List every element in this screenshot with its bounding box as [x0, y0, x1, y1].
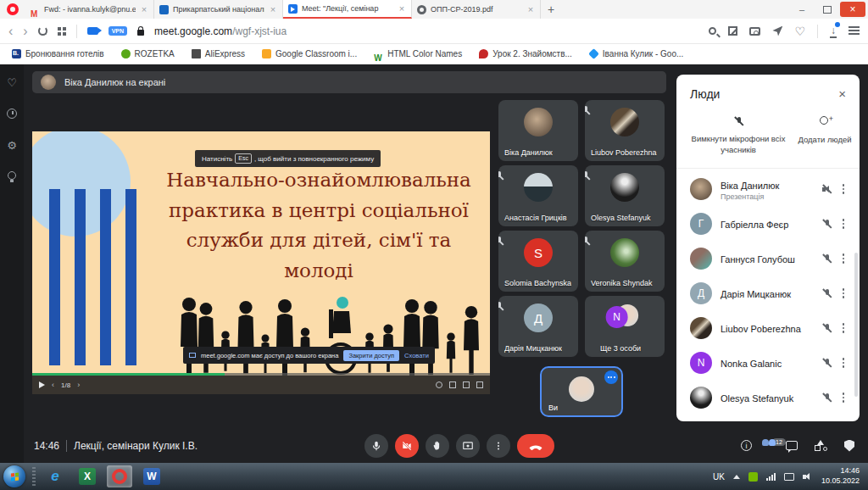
video-tile[interactable]: Анастасія Грицків: [498, 165, 578, 226]
participant-row[interactable]: N Nonka Galanic: [676, 346, 860, 381]
video-tile[interactable]: Д Дарія Мицканюк: [498, 296, 578, 357]
presentation-slide[interactable]: Навчально-ознайомлювальна практика в цен…: [32, 131, 490, 394]
lightbulb-icon[interactable]: [8, 171, 16, 180]
mic-off-icon[interactable]: [821, 253, 832, 264]
tab-gmail[interactable]: Fwd: - ivanna.kulyk@pnu.e: [25, 0, 154, 19]
popout-icon[interactable]: [463, 381, 470, 388]
stop-sharing-button[interactable]: Закрити доступ: [343, 350, 399, 361]
pip-icon[interactable]: [449, 381, 456, 388]
heart-icon[interactable]: [7, 75, 17, 90]
self-tile-options-icon[interactable]: [604, 370, 618, 384]
language-indicator[interactable]: UK: [713, 472, 725, 482]
bookmark-classroom[interactable]: Google Classroom i...: [262, 49, 357, 58]
close-button[interactable]: [840, 2, 865, 17]
host-controls-icon[interactable]: [844, 440, 854, 452]
more-people-tile[interactable]: N Ще 3 особи: [585, 296, 665, 357]
tab-university[interactable]: Прикарпатський національ: [154, 0, 283, 19]
settings-gear-icon[interactable]: [7, 137, 17, 153]
participant-row[interactable]: Г Габріелла Феєр: [676, 207, 860, 242]
tray-clock[interactable]: 14:46 10.05.2022: [821, 466, 860, 486]
participant-options-icon[interactable]: [841, 321, 847, 335]
participant-options-icon[interactable]: [841, 217, 847, 231]
tab-close-icon[interactable]: [526, 4, 535, 14]
back-icon[interactable]: ‹: [8, 25, 13, 38]
participant-row[interactable]: Д Дарія Мицканюк: [676, 276, 860, 311]
hide-notice-button[interactable]: Сховати: [404, 352, 429, 359]
participant-options-icon[interactable]: [841, 391, 847, 404]
signal-icon[interactable]: [766, 473, 776, 481]
chat-icon[interactable]: [786, 441, 798, 450]
progress-track[interactable]: [225, 373, 490, 376]
new-tab-button[interactable]: +: [541, 3, 561, 16]
downloads-icon[interactable]: [830, 25, 837, 38]
mute-all-button[interactable]: Вимкнути мікрофони всіх учасників: [682, 116, 795, 156]
tab-close-icon[interactable]: [140, 4, 148, 14]
bookmark-heart-icon[interactable]: [794, 25, 805, 37]
participant-row[interactable]: S Solomia Bachynska: [676, 415, 860, 421]
participant-row[interactable]: Liubov Poberezhna: [676, 311, 860, 346]
address-bar[interactable]: meet.google.com/wgf-xjst-iua: [154, 25, 287, 37]
bookmark-drive[interactable]: Іванна Кулик - Goo...: [589, 49, 683, 58]
camera-in-use-icon[interactable]: [87, 27, 98, 35]
mic-off-icon[interactable]: [821, 288, 832, 299]
opera-logo-icon[interactable]: [7, 3, 19, 15]
tab-close-icon[interactable]: [269, 4, 277, 14]
mic-off-icon[interactable]: [821, 393, 832, 404]
vpn-badge[interactable]: VPN: [108, 26, 127, 36]
scrollbar-thumb[interactable]: [854, 253, 858, 397]
present-screen-button[interactable]: [456, 434, 480, 458]
nvidia-tray-icon[interactable]: [748, 472, 758, 482]
video-tile[interactable]: Olesya Stefanyuk: [585, 165, 665, 226]
start-button[interactable]: [3, 465, 25, 487]
volume-off-icon[interactable]: [821, 184, 832, 195]
taskbar-opera-active[interactable]: [107, 465, 132, 487]
maximize-button[interactable]: [815, 2, 840, 17]
screenshot-icon[interactable]: [749, 27, 760, 36]
self-video-tile[interactable]: Ви: [540, 366, 623, 417]
speed-dial-icon[interactable]: [58, 27, 66, 36]
play-icon[interactable]: [39, 381, 45, 388]
bookmark-aliexpress[interactable]: AliExpress: [192, 49, 245, 58]
settings-tune-icon[interactable]: [849, 26, 860, 36]
next-page-icon[interactable]: ›: [77, 381, 80, 389]
bookmark-urok[interactable]: Урок 2. Знайомств...: [479, 49, 572, 58]
taskbar-word[interactable]: W: [139, 465, 164, 487]
add-people-button[interactable]: Додати людей: [795, 116, 854, 156]
mic-off-icon[interactable]: [821, 358, 832, 369]
participant-row[interactable]: Ганнуся Голубош: [676, 242, 860, 276]
end-call-button[interactable]: [517, 434, 554, 458]
video-tile[interactable]: Віка Данилюк: [498, 100, 578, 161]
participant-options-icon[interactable]: [841, 356, 847, 370]
volume-icon[interactable]: [803, 472, 813, 482]
bookmark-htmlcolors[interactable]: HTML Color Names: [374, 49, 462, 58]
taskbar-excel[interactable]: X: [75, 465, 100, 487]
participant-options-icon[interactable]: [841, 287, 847, 300]
volume-icon[interactable]: [436, 381, 442, 388]
reload-icon[interactable]: [38, 26, 47, 36]
raise-hand-button[interactable]: [426, 434, 449, 458]
video-tile[interactable]: Liubov Poberezhna: [585, 100, 665, 161]
mic-off-icon[interactable]: [821, 219, 832, 230]
bookmark-booking[interactable]: Бронювання готелів: [12, 49, 104, 58]
search-icon[interactable]: [709, 27, 716, 35]
share-icon[interactable]: [772, 26, 782, 36]
fullscreen-icon[interactable]: [476, 381, 483, 388]
progress-bar[interactable]: [32, 373, 225, 376]
tab-pdf[interactable]: ОПП-СР-2019.pdf: [412, 0, 541, 19]
minimize-button[interactable]: [789, 2, 815, 17]
close-panel-icon[interactable]: [838, 86, 846, 101]
tab-close-icon[interactable]: [398, 3, 406, 14]
microphone-button[interactable]: [364, 434, 388, 458]
snapshot-icon[interactable]: [728, 26, 737, 36]
prev-page-icon[interactable]: ‹: [52, 381, 54, 389]
bookmark-rozetka[interactable]: ROZETKA: [121, 49, 175, 58]
tab-meet-active[interactable]: Meet: "Лекції, семінар: [283, 0, 412, 19]
mic-off-icon[interactable]: [821, 323, 832, 334]
more-options-button[interactable]: [487, 434, 510, 458]
camera-off-button[interactable]: [395, 434, 419, 458]
participant-options-icon[interactable]: [841, 182, 847, 196]
activities-icon[interactable]: [815, 440, 827, 451]
participant-row[interactable]: Віка ДанилюкПрезентація: [676, 172, 860, 207]
hidden-icons-arrow[interactable]: [733, 475, 740, 479]
participant-row[interactable]: Olesya Stefanyuk: [676, 381, 860, 415]
